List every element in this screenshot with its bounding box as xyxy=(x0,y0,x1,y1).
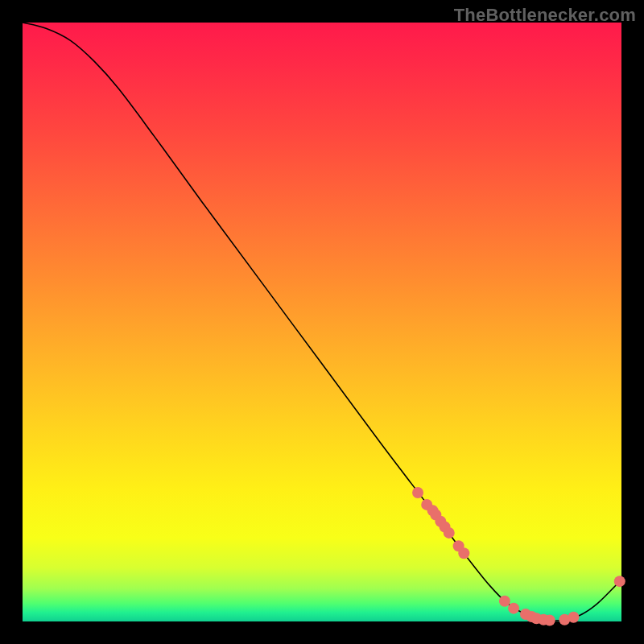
data-marker xyxy=(544,615,555,626)
plot-background xyxy=(23,23,621,621)
data-marker xyxy=(508,603,519,614)
data-marker xyxy=(444,527,455,539)
watermark-text: TheBottlenecker.com xyxy=(454,5,636,26)
data-marker xyxy=(568,612,579,623)
data-marker xyxy=(614,576,625,587)
data-marker xyxy=(458,547,469,559)
chart-svg xyxy=(0,0,644,644)
bottleneck-chart: TheBottlenecker.com xyxy=(0,0,644,644)
data-marker xyxy=(499,596,510,607)
data-marker xyxy=(412,487,423,498)
